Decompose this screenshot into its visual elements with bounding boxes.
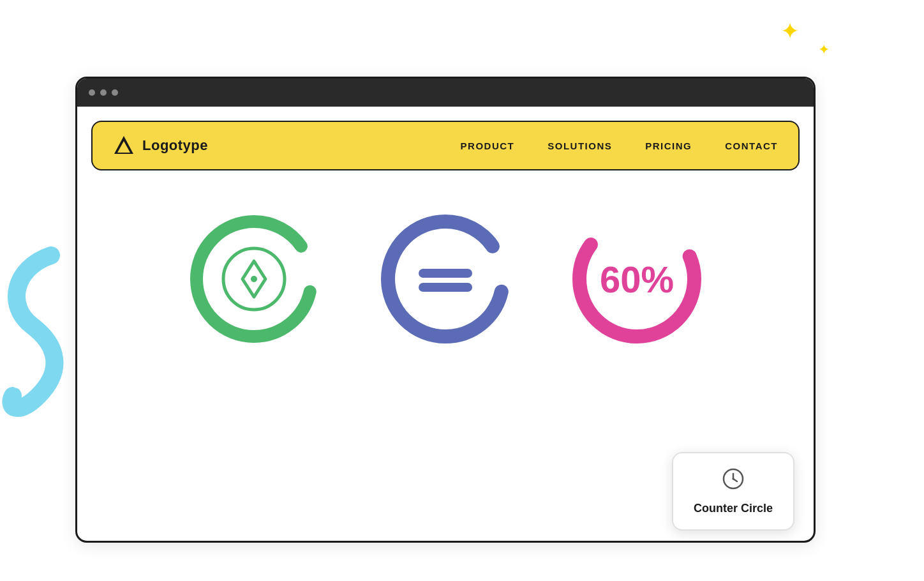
svg-point-36 [732,478,734,480]
svg-point-28 [251,276,257,282]
nav-solutions[interactable]: SOLUTIONS [548,140,612,151]
percentage-value: 60% [600,258,674,301]
logo-area: Logotype [113,135,208,156]
logo-text: Logotype [142,137,208,154]
svg-point-29 [388,222,503,336]
logo-icon [113,135,135,156]
browser-dot-1 [89,89,95,96]
svg-rect-30 [419,269,472,278]
browser-dot-2 [100,89,107,96]
nav-contact[interactable]: CONTACT [725,140,778,151]
counter-circle-widget: 60% [567,209,707,349]
compass-circle [184,209,324,349]
blue-swirl-decoration [0,243,83,421]
percentage-display: 60% [600,258,674,301]
browser-dot-3 [112,89,118,96]
browser-bar [77,79,814,107]
nav-product[interactable]: PRODUCT [461,140,515,151]
browser-window: Logotype PRODUCT SOLUTIONS PRICING CONTA… [75,77,816,543]
nav-pricing[interactable]: PRICING [645,140,692,151]
clock-icon [722,467,745,495]
svg-rect-31 [419,283,472,292]
navbar: Logotype PRODUCT SOLUTIONS PRICING CONTA… [91,121,800,170]
star-decoration-1: ✦ [780,18,800,45]
nav-links: PRODUCT SOLUTIONS PRICING CONTACT [461,140,778,151]
equals-circle [375,209,516,349]
tooltip-label: Counter Circle [694,502,773,515]
circles-area: 60% [77,209,814,349]
tooltip-card: Counter Circle [672,452,794,531]
star-decoration-2: ✦ [818,42,830,58]
